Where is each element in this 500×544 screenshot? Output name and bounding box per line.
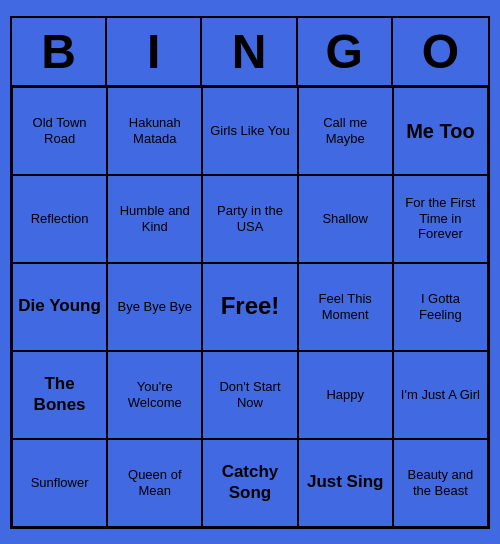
bingo-cell-20: Sunflower [12,439,107,527]
bingo-cell-21: Queen of Mean [107,439,202,527]
bingo-letter-i: I [107,18,202,85]
bingo-cell-2: Girls Like You [202,87,297,175]
bingo-letter-g: G [298,18,393,85]
bingo-cell-10: Die Young [12,263,107,351]
bingo-header: BINGO [12,18,488,87]
bingo-cell-15: The Bones [12,351,107,439]
bingo-cell-9: For the First Time in Forever [393,175,488,263]
bingo-letter-n: N [202,18,297,85]
bingo-cell-22: Catchy Song [202,439,297,527]
bingo-cell-16: You're Welcome [107,351,202,439]
bingo-cell-14: I Gotta Feeling [393,263,488,351]
bingo-cell-12: Free! [202,263,297,351]
bingo-grid: Old Town RoadHakunah MatadaGirls Like Yo… [12,87,488,527]
bingo-cell-19: I'm Just A Girl [393,351,488,439]
bingo-cell-11: Bye Bye Bye [107,263,202,351]
bingo-cell-1: Hakunah Matada [107,87,202,175]
bingo-cell-23: Just Sing [298,439,393,527]
bingo-cell-6: Humble and Kind [107,175,202,263]
bingo-letter-b: B [12,18,107,85]
bingo-cell-3: Call me Maybe [298,87,393,175]
bingo-cell-24: Beauty and the Beast [393,439,488,527]
bingo-letter-o: O [393,18,488,85]
bingo-cell-17: Don't Start Now [202,351,297,439]
bingo-cell-8: Shallow [298,175,393,263]
bingo-cell-7: Party in the USA [202,175,297,263]
bingo-cell-0: Old Town Road [12,87,107,175]
bingo-cell-18: Happy [298,351,393,439]
bingo-card: BINGO Old Town RoadHakunah MatadaGirls L… [10,16,490,529]
bingo-cell-4: Me Too [393,87,488,175]
bingo-cell-5: Reflection [12,175,107,263]
bingo-cell-13: Feel This Moment [298,263,393,351]
